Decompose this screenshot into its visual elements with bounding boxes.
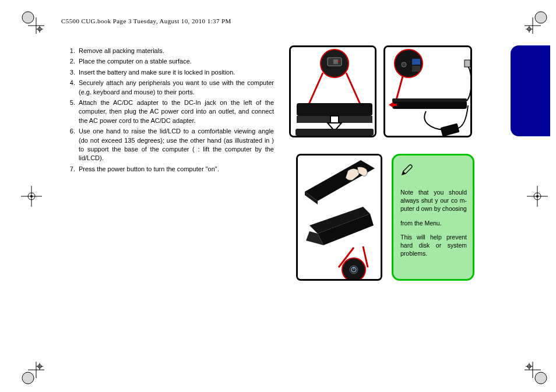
svg-point-15 [22,372,34,384]
note-callout: Note that you should always shut y our c… [392,154,474,281]
instruction-list: 1.Remove all packing materials.2.Place t… [67,47,274,175]
instruction-text: Press the power button to turn the compu… [79,165,274,174]
side-tab [511,45,550,136]
svg-point-22 [535,372,547,384]
figure-battery-lock [289,45,376,137]
instruction-number: 3. [67,68,79,77]
svg-rect-50 [392,98,467,102]
instruction-item: 1.Remove all packing materials. [67,47,274,55]
instruction-number: 6. [67,127,79,163]
instruction-number: 2. [67,57,79,66]
instruction-number: 5. [67,98,79,125]
svg-point-1 [22,12,34,23]
crop-mark-icon [525,362,550,387]
note-text: from the Menu. [400,220,442,227]
svg-rect-48 [412,66,420,72]
instruction-text: Place the computer on a stable surface. [79,57,274,66]
instruction-item: 4.Securely attach any peripherals you wa… [67,79,274,97]
svg-point-60 [335,210,337,213]
instruction-text: Use one hand to raise the lid/LCD to a c… [79,127,274,163]
svg-point-31 [30,195,33,197]
pen-icon [400,164,413,176]
svg-rect-49 [392,101,467,109]
instruction-number: 1. [67,47,79,55]
svg-rect-47 [412,59,420,65]
crop-mark-icon [525,183,550,209]
svg-point-8 [535,12,547,23]
note-text: Note that you should always shut y our c… [400,189,467,212]
instruction-item: 3.Insert the battery and make sure it is… [67,68,274,77]
figure-open-lid [296,154,382,281]
instruction-item: 5.Attach the AC/DC adapter to the DC-In … [67,98,274,125]
instruction-text: Remove all packing materials. [79,47,274,55]
figure-ac-adapter [383,45,472,137]
instruction-number: 4. [67,79,79,97]
svg-rect-40 [297,103,372,116]
instruction-text: Attach the AC/DC adapter to the DC-In ja… [79,98,274,125]
svg-rect-42 [330,116,339,123]
svg-point-46 [402,62,406,67]
instruction-item: 6.Use one hand to raise the lid/LCD to a… [67,127,274,163]
crop-mark-icon [19,183,44,209]
svg-rect-39 [333,59,338,64]
svg-point-35 [536,195,539,197]
page-header: C5500 CUG.book Page 3 Tuesday, August 10… [61,17,231,24]
instruction-text: Securely attach any peripherals you want… [79,79,274,97]
instruction-text: Insert the battery and make sure it is l… [79,68,274,77]
crop-mark-icon [525,8,550,34]
crop-mark-icon [19,362,44,387]
crop-mark-icon [19,8,44,34]
instruction-number: 7. [67,165,79,174]
instruction-item: 7.Press the power button to turn the com… [67,165,274,174]
svg-rect-52 [464,60,470,67]
instruction-item: 2.Place the computer on a stable surface… [67,57,274,66]
svg-rect-43 [295,129,374,136]
note-text: This will help prevent hard disk or syst… [400,234,467,257]
